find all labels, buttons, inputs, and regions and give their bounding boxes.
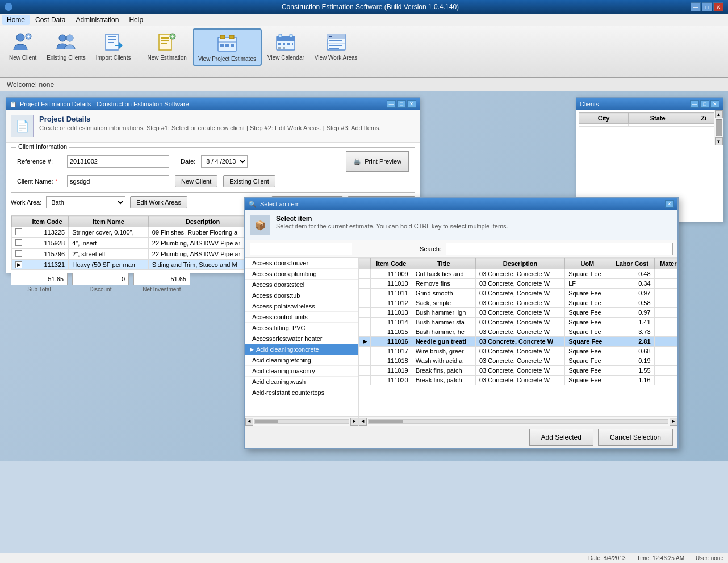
menu-home[interactable]: Home	[2, 15, 30, 25]
new-estimation-button[interactable]: New Estimation	[143, 28, 191, 66]
expand-icon[interactable]: ▶	[15, 261, 22, 268]
hscroll-right[interactable]: ►	[350, 418, 358, 426]
work-area-select[interactable]: Bath	[46, 196, 125, 208]
list-item-label: Access:fitting, PVC	[252, 324, 306, 331]
table-row[interactable]: 111017 Wire brush, greer 03 Concrete, Co…	[359, 347, 678, 356]
list-item-label: Access doors:tub	[252, 292, 300, 299]
list-item-label: Acid cleaning:masonry	[252, 368, 315, 374]
project-panel-header: 📄 Project Details Create or edit estimat…	[6, 110, 420, 143]
project-panel-minimize[interactable]: —	[387, 100, 396, 108]
client-panel-close[interactable]: ✕	[710, 100, 719, 108]
table-row[interactable]: 111018 Wash with acid a 03 Concrete, Con…	[359, 356, 678, 366]
table-row[interactable]: 111019 Break fins, patch 03 Concrete, Co…	[359, 366, 678, 376]
svg-rect-23	[220, 44, 224, 47]
table-hscroll-thumb	[369, 420, 403, 423]
view-work-areas-button[interactable]: View Work Areas	[310, 28, 362, 66]
project-panel-title: Project Estimation Details - Constructio…	[20, 101, 189, 107]
list-item[interactable]: Acid cleaning:etching	[245, 355, 358, 366]
list-item[interactable]: Access:fitting, PVC	[245, 323, 358, 333]
import-clients-button[interactable]: Import Clients	[91, 28, 136, 66]
table-row[interactable]: 111020 Break fins, patch 03 Concrete, Co…	[359, 376, 678, 385]
list-item[interactable]: Access doors:louver	[245, 258, 358, 269]
add-selected-button[interactable]: Add Selected	[529, 429, 593, 446]
view-calendar-label: View Calendar	[267, 55, 304, 61]
maximize-button[interactable]: □	[702, 2, 712, 11]
client-panel-maximize[interactable]: □	[700, 100, 709, 108]
print-preview-button[interactable]: 🖨️ Print Preview	[346, 151, 409, 172]
discount-input[interactable]	[72, 273, 129, 285]
col-description: Description	[148, 216, 257, 227]
table-row[interactable]: 111010 Remove fins 03 Concrete, Concrete…	[359, 279, 678, 289]
table-row[interactable]: 111014 Bush hammer sta 03 Concrete, Conc…	[359, 318, 678, 327]
reference-input[interactable]	[67, 155, 169, 168]
svg-point-0	[16, 34, 24, 41]
minimize-button[interactable]: —	[691, 2, 701, 11]
exp-col	[359, 258, 371, 269]
project-icon: 📄	[11, 115, 34, 137]
table-row[interactable]: 111011 Grind smooth 03 Concrete, Concret…	[359, 289, 678, 298]
col-item-code: Item Code	[26, 216, 69, 227]
search-input-left[interactable]	[250, 243, 352, 255]
list-item[interactable]: ▶Acid cleaning:concrete	[245, 344, 358, 355]
list-item[interactable]: Acid cleaning:wash	[245, 377, 358, 387]
list-item[interactable]: Acid cleaning:masonry	[245, 366, 358, 377]
table-row[interactable]: 111015 Bush hammer, he 03 Concrete, Conc…	[359, 327, 678, 337]
hscroll-left[interactable]: ◄	[245, 418, 253, 426]
date-select[interactable]: 8 / 4 /2013	[201, 155, 248, 168]
menu-cost-data[interactable]: Cost Data	[31, 15, 70, 25]
project-panel-maximize[interactable]: □	[397, 100, 406, 108]
table-row[interactable]: 111013 Bush hammer ligh 03 Concrete, Con…	[359, 308, 678, 318]
cancel-selection-button[interactable]: Cancel Selection	[598, 429, 673, 446]
search-label: Search:	[420, 245, 441, 252]
new-client-btn[interactable]: New Client	[175, 175, 217, 187]
list-item[interactable]: Access points:wireless	[245, 301, 358, 312]
subtotal-input[interactable]	[11, 273, 68, 285]
edit-work-areas-btn[interactable]: Edit Work Areas	[130, 196, 187, 208]
tcol-material: Material Co	[654, 258, 677, 269]
expand-icon[interactable]	[15, 250, 22, 257]
new-client-button[interactable]: New Client	[5, 28, 41, 66]
project-panel-close[interactable]: ✕	[407, 100, 416, 108]
list-item[interactable]: Access doors:plumbing	[245, 269, 358, 280]
view-work-areas-label: View Work Areas	[315, 55, 358, 61]
reference-row: Reference #: Date: 8 / 4 /2013 🖨️ Print …	[17, 151, 409, 172]
net-investment-input[interactable]	[133, 273, 190, 285]
table-hscroll-left[interactable]: ◄	[359, 418, 367, 426]
scroll-up-btn[interactable]: ▲	[715, 110, 723, 118]
svg-rect-28	[279, 34, 282, 37]
list-expand-arrow: ▶	[250, 347, 254, 352]
scroll-down-btn[interactable]: ▼	[715, 137, 723, 145]
svg-rect-33	[292, 43, 293, 45]
date-label: Date:	[181, 158, 195, 165]
menu-help[interactable]: Help	[124, 15, 148, 25]
project-header-desc: Create or edit estimation informations. …	[39, 124, 381, 131]
client-panel-minimize[interactable]: —	[690, 100, 699, 108]
tcol-labor: Labor Cost	[610, 258, 654, 269]
list-item[interactable]: Access doors:steel	[245, 280, 358, 290]
menu-administration[interactable]: Administration	[71, 15, 123, 25]
subtotal-label: Sub Total	[27, 286, 51, 293]
expand-icon[interactable]	[15, 239, 22, 246]
table-row[interactable]: 111009 Cut back ties and 03 Concrete, Co…	[359, 269, 678, 279]
client-name-input[interactable]	[67, 175, 169, 187]
client-table-container: City State Zi	[576, 110, 723, 129]
list-item-label: Access:control units	[252, 314, 308, 320]
view-calendar-button[interactable]: View Calendar	[263, 28, 309, 66]
close-button[interactable]: ✕	[713, 2, 723, 11]
dialog-close-btn[interactable]: ✕	[665, 200, 674, 208]
list-item[interactable]: Accessories:water heater	[245, 333, 358, 344]
table-hscroll-right[interactable]: ►	[670, 418, 677, 426]
table-row[interactable]: ▶ 111016 Needle gun treati 03 Concrete, …	[359, 337, 678, 347]
svg-rect-9	[108, 42, 114, 43]
table-row[interactable]: 111012 Sack, simple 03 Concrete, Concret…	[359, 298, 678, 308]
list-item[interactable]: Access doors:tub	[245, 290, 358, 301]
list-item[interactable]: Access:control units	[245, 312, 358, 323]
existing-clients-button[interactable]: Existing Clients	[42, 28, 90, 66]
new-client-label: New Client	[9, 55, 36, 61]
view-project-estimates-button[interactable]: View Project Estimates	[193, 28, 262, 66]
existing-client-btn[interactable]: Existing Client	[223, 175, 275, 187]
list-item[interactable]: Acid-resistant countertops	[245, 387, 358, 398]
dialog-icon-title: 🔍	[249, 201, 257, 208]
search-input-right[interactable]	[446, 243, 673, 255]
expand-icon[interactable]	[15, 228, 22, 235]
